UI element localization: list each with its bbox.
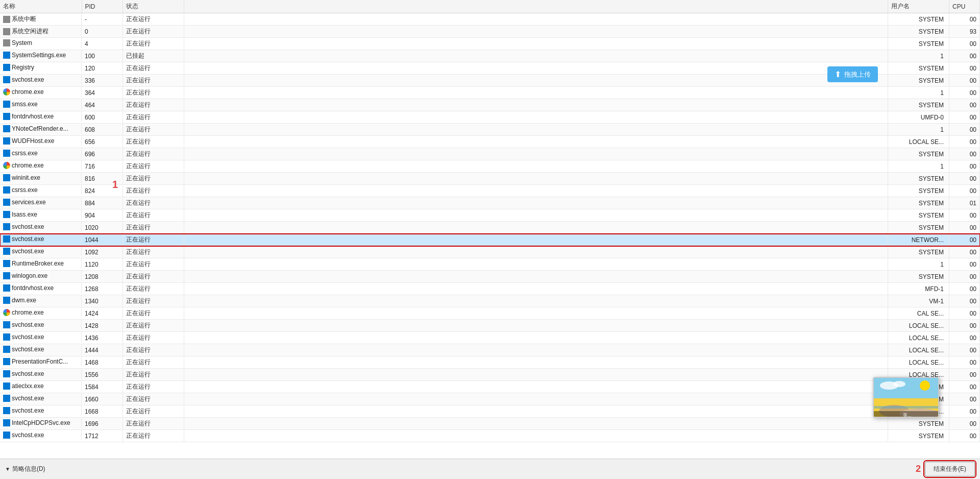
process-name: svchost.exe [12, 346, 44, 353]
table-row[interactable]: csrss.exe824正在运行SYSTEM00 [0, 185, 980, 197]
cell-user: SYSTEM [888, 185, 949, 197]
cell-status: 已挂起 [122, 50, 184, 62]
table-row[interactable]: svchost.exe1092正在运行SYSTEM00 [0, 246, 980, 258]
cell-cpu: 00 [949, 75, 980, 87]
table-row[interactable]: chrome.exe1424正在运行CAL SE...00 [0, 307, 980, 320]
table-row[interactable]: 系统中断-正在运行SYSTEM00 [0, 13, 980, 26]
table-row[interactable]: svchost.exe1020正在运行SYSTEM00 [0, 222, 980, 234]
table-row[interactable]: csrss.exe696正在运行SYSTEM00 [0, 148, 980, 160]
table-row[interactable]: svchost.exe1044正在运行NETWOR...00 [0, 234, 980, 246]
col-pid[interactable]: PID [82, 0, 122, 13]
cell-cpu: 93 [949, 26, 980, 38]
process-icon [3, 211, 10, 218]
table-row[interactable]: svchost.exe1444正在运行LOCAL SE...00 [0, 344, 980, 356]
cell-spacer [184, 136, 888, 148]
brief-info-button[interactable]: ▼ 简略信息(D) [5, 465, 45, 473]
table-row[interactable]: services.exe884正在运行SYSTEM01 [0, 197, 980, 209]
table-row[interactable]: WUDFHost.exe656正在运行LOCAL SE...00 [0, 136, 980, 148]
table-row[interactable]: fontdrvhost.exe600正在运行UMFD-000 [0, 111, 980, 124]
table-row[interactable]: SystemSettings.exe100已挂起100 [0, 50, 980, 62]
cell-pid: 656 [82, 136, 122, 148]
thumbnail-image: 英... [874, 378, 938, 417]
cell-status: 正在运行 [122, 173, 184, 185]
table-row[interactable]: svchost.exe1668正在运行LOCAL SE...00 [0, 405, 980, 418]
cell-name: atieclxx.exe [0, 381, 82, 391]
cell-spacer [184, 87, 888, 99]
cell-pid: 1340 [82, 295, 122, 307]
process-name: smss.exe [12, 101, 38, 108]
table-row[interactable]: atieclxx.exe1584正在运行SYSTEM00 [0, 381, 980, 393]
cell-status: 正在运行 [122, 222, 184, 234]
col-status[interactable]: 状态 [122, 0, 184, 13]
table-row[interactable]: fontdrvhost.exe1268正在运行MFD-100 [0, 283, 980, 295]
table-row[interactable]: wininit.exe816正在运行SYSTEM00 [0, 173, 980, 185]
cell-name: SystemSettings.exe [0, 50, 82, 60]
cell-status: 正在运行 [122, 136, 184, 148]
table-row[interactable]: winlogon.exe1208正在运行SYSTEM00 [0, 271, 980, 283]
cell-spacer [184, 13, 888, 26]
table-row[interactable]: dwm.exe1340正在运行VM-100 [0, 295, 980, 307]
col-cpu[interactable]: CPU [949, 0, 980, 13]
cell-user: UMFD-0 [888, 111, 949, 124]
table-row[interactable]: smss.exe464正在运行SYSTEM00 [0, 99, 980, 111]
chrome-icon [3, 88, 10, 95]
cell-status: 正在运行 [122, 369, 184, 381]
cell-pid: 336 [82, 75, 122, 87]
cell-cpu: 00 [949, 295, 980, 307]
table-row[interactable]: svchost.exe1428正在运行LOCAL SE...00 [0, 320, 980, 332]
table-row[interactable]: svchost.exe1556正在运行LOCAL SE...00 [0, 369, 980, 381]
col-name[interactable]: 名称 [0, 0, 82, 13]
table-row[interactable]: svchost.exe1712正在运行SYSTEM00 [0, 430, 980, 442]
process-icon [3, 382, 10, 390]
cell-pid: 716 [82, 160, 122, 173]
cell-pid: 4 [82, 38, 122, 50]
cell-pid: 120 [82, 62, 122, 75]
col-user[interactable]: 用户名 [888, 0, 949, 13]
process-icon [3, 358, 10, 365]
cell-spacer [184, 393, 888, 405]
process-name: winlogon.exe [12, 272, 47, 279]
system-icon [3, 39, 10, 46]
process-name: svchost.exe [12, 76, 44, 83]
cell-pid: 1436 [82, 332, 122, 344]
process-name: services.exe [12, 199, 46, 206]
cell-user: SYSTEM [888, 209, 949, 222]
table-row[interactable]: 系统空闲进程0正在运行SYSTEM93 [0, 26, 980, 38]
table-row[interactable]: RuntimeBroker.exe1120正在运行100 [0, 258, 980, 271]
process-icon [3, 395, 10, 402]
end-task-button[interactable]: 结束任务(E) [925, 462, 975, 476]
process-icon [3, 150, 10, 157]
process-name: chrome.exe [12, 88, 44, 95]
table-row[interactable]: System4正在运行SYSTEM00 [0, 38, 980, 50]
table-row[interactable]: svchost.exe1436正在运行LOCAL SE...00 [0, 332, 980, 344]
table-row[interactable]: YNoteCefRender.e...608正在运行100 [0, 124, 980, 136]
table-row[interactable]: chrome.exe364正在运行100 [0, 87, 980, 99]
cell-cpu: 00 [949, 271, 980, 283]
cell-cpu: 00 [949, 173, 980, 185]
cell-user: SYSTEM [888, 62, 949, 75]
cell-status: 正在运行 [122, 430, 184, 442]
process-icon [3, 333, 10, 341]
cell-pid: 1208 [82, 271, 122, 283]
cell-status: 正在运行 [122, 234, 184, 246]
cell-user: SYSTEM [888, 418, 949, 430]
process-icon [3, 174, 10, 181]
cell-status: 正在运行 [122, 320, 184, 332]
cell-cpu: 00 [949, 246, 980, 258]
cell-cpu: 00 [949, 369, 980, 381]
process-name: 系统中断 [12, 15, 36, 23]
cell-pid: 600 [82, 111, 122, 124]
cell-spacer [184, 26, 888, 38]
table-row[interactable]: PresentationFontC...1468正在运行LOCAL SE...0… [0, 356, 980, 369]
table-row[interactable]: IntelCpHDCPSvc.exe1696正在运行SYSTEM00 [0, 418, 980, 430]
table-row[interactable]: lsass.exe904正在运行SYSTEM00 [0, 209, 980, 222]
cell-status: 正在运行 [122, 13, 184, 26]
process-icon [3, 101, 10, 108]
table-row[interactable]: chrome.exe716正在运行100 [0, 160, 980, 173]
upload-button[interactable]: ⬆ 拖拽上传 [827, 66, 878, 82]
cell-name: 系统中断 [0, 13, 82, 25]
cell-name: chrome.exe [0, 160, 82, 171]
cell-name: services.exe [0, 197, 82, 207]
table-row[interactable]: svchost.exe1660正在运行SYSTEM00 [0, 393, 980, 405]
cell-spacer [184, 283, 888, 295]
